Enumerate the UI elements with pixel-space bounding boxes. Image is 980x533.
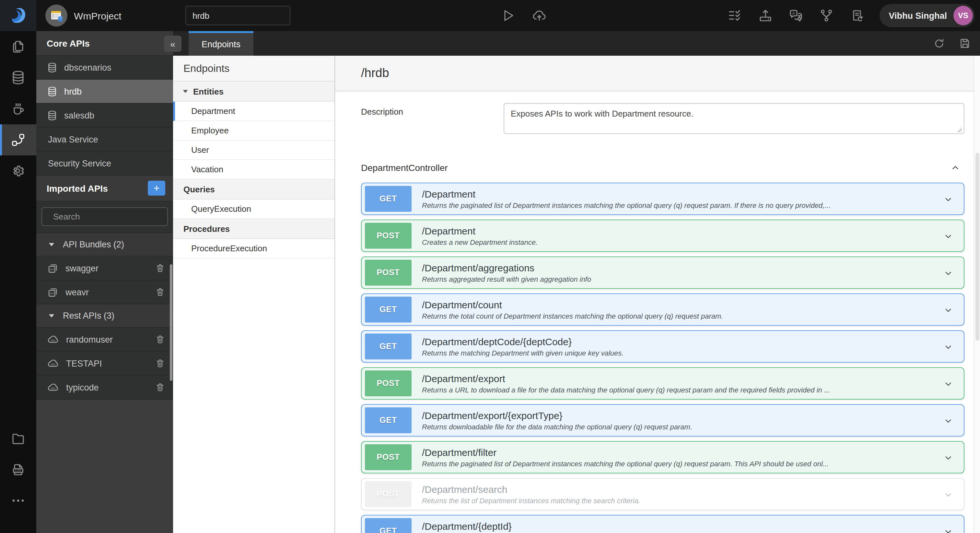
delete-icon[interactable]: [155, 287, 165, 297]
api-bundle-icon: [47, 286, 59, 298]
tree-title: Endpoints: [173, 56, 334, 82]
chevron-down-icon[interactable]: [943, 194, 953, 205]
sidebar-item-testapi[interactable]: TESTAPI: [36, 352, 173, 376]
tree-item-employee[interactable]: Employee: [173, 121, 334, 141]
endpoint-card[interactable]: POST /Department/filter Returns the pagi…: [361, 441, 964, 473]
group-rest-apis[interactable]: Rest APIs (3): [36, 305, 173, 328]
sidebar-item-label: weavr: [65, 287, 148, 297]
search-input[interactable]: [53, 212, 167, 222]
file-sync-icon[interactable]: [849, 8, 865, 23]
endpoint-path: /Department: [422, 189, 830, 200]
rail-java[interactable]: [0, 93, 36, 124]
tree-item-vacation[interactable]: Vacation: [173, 160, 334, 179]
tab-endpoints[interactable]: Endpoints: [189, 31, 253, 56]
description-textarea[interactable]: Exposes APIs to work with Department res…: [504, 103, 964, 134]
tree-item-department[interactable]: Department: [173, 102, 334, 121]
delete-icon[interactable]: [155, 334, 165, 344]
sidebar-item-randomuser[interactable]: randomuser: [36, 328, 173, 352]
tree-item-queryexecution[interactable]: QueryExecution: [173, 200, 334, 219]
app-window: WmProject Vibhu Singhal VS: [0, 0, 980, 533]
rail-pages[interactable]: [0, 31, 36, 62]
sidebar-title: Core APIs: [36, 31, 173, 56]
delete-icon[interactable]: [155, 382, 165, 392]
endpoint-summary: Returns a URL to download a file for the…: [422, 386, 830, 394]
endpoint-card[interactable]: GET /Department/{deptId} Returns the Dep…: [361, 515, 964, 533]
chevron-down-icon[interactable]: [943, 379, 953, 389]
run-icon[interactable]: [500, 8, 516, 23]
delete-icon[interactable]: [155, 263, 165, 273]
chevron-down-icon[interactable]: [943, 268, 953, 279]
endpoint-card[interactable]: GET /Department Returns the paginated li…: [361, 182, 964, 215]
endpoint-card[interactable]: POST /Department/aggregations Returns ag…: [361, 257, 964, 289]
rail-api-designer[interactable]: [0, 124, 36, 155]
sidebar-item-dbscenarios[interactable]: dbscenarios: [36, 56, 173, 80]
sidebar-item-security-service[interactable]: Security Service: [36, 152, 173, 176]
sidebar-item-typicode[interactable]: typicode: [36, 376, 173, 400]
tree-section-procedures[interactable]: Procedures: [173, 219, 334, 239]
group-api-bundles[interactable]: API Bundles (2): [36, 233, 173, 257]
endpoint-card[interactable]: GET /Department/count Returns the total …: [361, 293, 964, 326]
pages-icon: [10, 39, 26, 54]
api-designer-icon: [10, 132, 26, 148]
collapse-section-icon[interactable]: [950, 163, 961, 173]
refresh-icon[interactable]: [933, 37, 946, 50]
chevron-down-icon[interactable]: [943, 305, 953, 316]
rail-more[interactable]: [0, 485, 36, 516]
translate-icon[interactable]: [788, 8, 804, 23]
cloud-upload-icon[interactable]: [531, 8, 547, 23]
publish-icon[interactable]: [758, 8, 773, 23]
chevron-down-icon[interactable]: [943, 527, 953, 533]
add-api-button[interactable]: +: [148, 181, 165, 195]
chevron-down-icon[interactable]: [943, 231, 953, 241]
endpoint-card[interactable]: POST /Department Creates a new Departmen…: [361, 219, 964, 252]
service-title: /hrdb: [335, 56, 980, 91]
chevron-down-icon[interactable]: [943, 342, 953, 352]
chevron-down-icon[interactable]: [943, 416, 953, 426]
endpoint-card-disabled[interactable]: POST /Department/search Returns the list…: [361, 478, 964, 510]
settings-icon: [10, 163, 26, 179]
user-menu[interactable]: Vibhu Singhal VS: [880, 4, 975, 27]
sidebar-item-salesdb[interactable]: salesdb: [36, 104, 173, 128]
sidebar-item-swagger[interactable]: swagger: [36, 257, 173, 281]
brand-logo[interactable]: [0, 0, 36, 31]
endpoint-card[interactable]: GET /Department/deptCode/{deptCode} Retu…: [361, 330, 964, 363]
sidebar-item-hrdb[interactable]: hrdb: [36, 80, 173, 104]
collapse-sidebar-button[interactable]: «: [164, 36, 181, 52]
endpoint-path: /Department/search: [422, 484, 640, 495]
tree-item-procedureexecution[interactable]: ProcedureExecution: [173, 239, 334, 259]
tree-section-queries[interactable]: Queries: [173, 179, 334, 200]
main-scrollbar-thumb[interactable]: [975, 153, 979, 341]
project-name: WmProject: [74, 10, 121, 21]
sidebar-item-java-service[interactable]: Java Service: [36, 128, 173, 152]
git-branch-icon[interactable]: [819, 8, 834, 23]
endpoint-path: /Department/filter: [422, 447, 829, 458]
endpoints-tree-panel: Endpoints Entities Department Employee U…: [173, 56, 335, 533]
project-switcher[interactable]: WmProject: [45, 0, 121, 31]
delete-icon[interactable]: [155, 358, 165, 368]
sidebar-item-label: salesdb: [64, 110, 165, 120]
rail-settings[interactable]: [0, 155, 36, 187]
sidebar-scrollbar-thumb[interactable]: [170, 264, 172, 381]
rail-database[interactable]: [0, 62, 36, 93]
sidebar-item-weavr[interactable]: weavr: [36, 281, 173, 305]
method-badge: GET: [365, 333, 412, 359]
tree-item-user[interactable]: User: [173, 141, 334, 160]
chevron-down-icon[interactable]: [943, 490, 953, 500]
endpoint-summary: Returns the paginated list of Department…: [422, 201, 830, 209]
endpoint-card[interactable]: GET /Department/export/{exportType} Retu…: [361, 404, 964, 436]
checklist-icon[interactable]: [727, 8, 743, 23]
database-icon: [10, 70, 26, 86]
save-icon[interactable]: [959, 37, 972, 50]
rail-logs[interactable]: [0, 454, 36, 485]
main-scrollbar[interactable]: [974, 56, 980, 533]
rail-files[interactable]: [0, 423, 36, 454]
topbar: WmProject Vibhu Singhal VS: [0, 0, 980, 31]
preview-target-input[interactable]: [185, 6, 290, 25]
method-badge: POST: [365, 260, 412, 286]
chevron-down-icon[interactable]: [943, 453, 953, 463]
endpoint-card[interactable]: POST /Department/export Returns a URL to…: [361, 367, 964, 400]
endpoint-summary: Returns downloadable file for the data m…: [422, 423, 692, 431]
tree-section-entities[interactable]: Entities: [173, 82, 334, 102]
group-label: Rest APIs (3): [63, 311, 115, 320]
method-badge: POST: [365, 370, 412, 397]
